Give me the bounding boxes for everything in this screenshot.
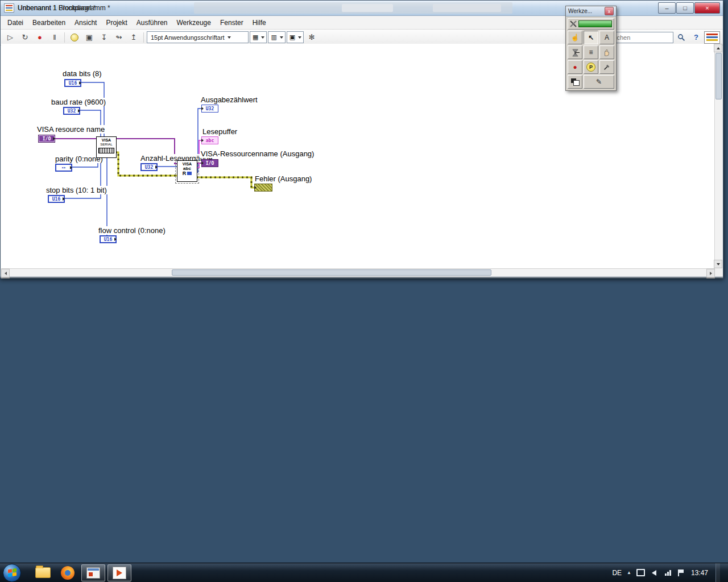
terminal-data-bits[interactable]: U16 — [64, 79, 81, 87]
horizontal-scrollbar[interactable] — [1, 268, 715, 276]
distribute-objects-dropdown[interactable]: ▥ — [268, 31, 285, 43]
visa-configure-serial-port-node[interactable]: VISA SERIAL — [96, 136, 117, 158]
step-over-button[interactable]: ↬ — [112, 31, 126, 44]
tools-palette: Werkze... x ☝ ↖ A ≡ ● P — [565, 6, 617, 91]
breakpoint-tool[interactable]: ● — [568, 60, 582, 74]
color-swatches-icon — [571, 78, 579, 85]
taskbar: DE ▲ 13:47 — [0, 563, 728, 582]
step-out-button[interactable]: ↥ — [127, 31, 140, 44]
menu-bearbeiten[interactable]: Bearbeiten — [28, 17, 70, 28]
terminal-read-count[interactable]: U32 — [140, 163, 158, 171]
auto-tool-led — [578, 20, 612, 27]
hand-icon — [603, 48, 611, 56]
retain-wire-values-button[interactable]: ▣ — [82, 31, 96, 44]
terminal-read-buffer[interactable]: abc — [201, 136, 218, 144]
firefox-icon — [61, 566, 75, 580]
context-help-button[interactable]: ? — [689, 31, 703, 44]
visa-read-node[interactable]: VISA abc R — [177, 160, 197, 182]
windows-logo-icon — [8, 568, 16, 577]
tools-palette-titlebar[interactable]: Werkze... x — [566, 6, 616, 16]
hidden-icons-chevron[interactable]: ▲ — [627, 570, 631, 575]
cleanup-diagram-button[interactable]: ✻ — [305, 31, 318, 44]
tools-palette-title: Werkze... — [568, 8, 592, 14]
color-brush-tool[interactable]: ✎ — [584, 75, 614, 89]
out-count-label[interactable]: Ausgabezählwert — [200, 95, 258, 104]
maximize-button[interactable]: □ — [676, 2, 694, 14]
abort-button[interactable]: ● — [33, 31, 47, 44]
font-selector-value: 15pt Anwendungsschriftart — [151, 34, 225, 41]
error-out-label[interactable]: Fehler (Ausgang) — [254, 174, 312, 183]
terminal-visa-out[interactable]: I/O — [201, 159, 218, 167]
menu-hilfe[interactable]: Hilfe — [248, 17, 271, 28]
labview-window-icon — [86, 567, 100, 579]
terminal-error-out[interactable] — [254, 184, 272, 192]
terminal-flow-control[interactable]: U16 — [100, 235, 117, 243]
set-color-tool[interactable] — [568, 75, 582, 89]
io-chip-icon — [187, 172, 192, 175]
folder-icon — [35, 567, 51, 578]
terminal-parity[interactable]: ◂▸ — [55, 164, 72, 172]
menu-datei[interactable]: Datei — [3, 17, 28, 28]
terminal-visa-resource[interactable]: I/O — [38, 135, 55, 143]
visa-resource-label[interactable]: VISA resource name — [36, 125, 105, 134]
visa-out-label[interactable]: VISA-Ressourcenname (Ausgang) — [200, 149, 315, 158]
clock[interactable]: 13:47 — [691, 569, 708, 577]
probe-icon: P — [586, 63, 595, 72]
read-buffer-label[interactable]: Lesepuffer — [202, 127, 238, 136]
show-desktop-button[interactable] — [715, 563, 720, 582]
pause-button[interactable]: ‖ — [48, 31, 61, 44]
vertical-scrollbar[interactable] — [714, 44, 722, 268]
close-button[interactable]: × — [694, 2, 720, 14]
action-center-icon[interactable] — [677, 569, 686, 577]
menu-ansicht[interactable]: Ansicht — [70, 17, 101, 28]
terminal-out-count[interactable]: U32 — [201, 105, 218, 113]
start-button[interactable] — [3, 564, 21, 582]
menu-projekt[interactable]: Projekt — [101, 17, 131, 28]
step-into-button[interactable]: ↧ — [97, 31, 111, 44]
search-icon[interactable] — [675, 31, 688, 44]
highlight-execution-button[interactable] — [68, 31, 81, 44]
wire-spool-icon — [571, 48, 580, 57]
baud-pattern-icon — [98, 148, 114, 153]
taskbar-labview-button[interactable] — [107, 564, 131, 581]
taskbar-firefox-button[interactable] — [56, 565, 79, 581]
edit-text-tool[interactable]: A — [599, 31, 614, 44]
terminal-baud-rate[interactable]: U32 — [63, 107, 80, 115]
align-objects-dropdown[interactable]: ▦ — [250, 31, 267, 43]
volume-icon[interactable] — [650, 569, 659, 577]
position-select-tool[interactable]: ↖ — [584, 31, 598, 44]
vi-icon — [4, 3, 14, 13]
menu-werkzeuge[interactable]: Werkzeuge — [172, 17, 215, 28]
system-tray: DE ▲ 13:47 — [612, 563, 728, 582]
probe-data-tool[interactable]: P — [584, 60, 598, 74]
terminal-stop-bits[interactable]: U16 — [48, 195, 65, 203]
automatic-tool-selection-button[interactable] — [568, 18, 614, 30]
language-indicator[interactable]: DE — [612, 569, 622, 577]
minimize-button[interactable]: – — [658, 2, 676, 14]
auto-tool-icon — [570, 20, 577, 27]
vi-icon-editor-button[interactable] — [704, 31, 720, 44]
network-icon[interactable] — [664, 569, 672, 577]
close-icon[interactable]: x — [605, 7, 614, 15]
taskbar-explorer-button[interactable] — [31, 565, 54, 581]
scroll-window-tool[interactable] — [599, 45, 614, 59]
lightbulb-icon — [71, 34, 78, 41]
stop-bits-label[interactable]: stop bits (10: 1 bit) — [46, 186, 107, 194]
run-button[interactable]: ▷ — [3, 31, 17, 44]
baud-rate-label[interactable]: baud rate (9600) — [51, 98, 106, 106]
font-selector[interactable]: 15pt Anwendungsschriftart — [147, 31, 249, 43]
get-color-tool[interactable] — [599, 60, 614, 74]
flow-control-label[interactable]: flow control (0:none) — [98, 226, 166, 235]
desktop: Unbenannt 1 Frontpanel * – □ × Datei Bea… — [0, 0, 728, 582]
taskbar-labview-window-button[interactable] — [81, 564, 105, 581]
window-title: Unbenannt 1 Blockdiagramm * — [18, 4, 110, 12]
menu-ausfuehren[interactable]: Ausführen — [132, 17, 172, 28]
operate-value-tool[interactable]: ☝ — [568, 31, 582, 44]
menu-fenster[interactable]: Fenster — [216, 17, 248, 28]
reorder-dropdown[interactable]: ▣ — [287, 31, 304, 43]
data-bits-label[interactable]: data bits (8) — [62, 69, 102, 78]
display-icon[interactable] — [636, 569, 645, 577]
connect-wire-tool[interactable] — [568, 45, 582, 59]
run-continuous-button[interactable]: ↻ — [18, 31, 32, 44]
object-shortcut-menu-tool[interactable]: ≡ — [584, 45, 598, 59]
